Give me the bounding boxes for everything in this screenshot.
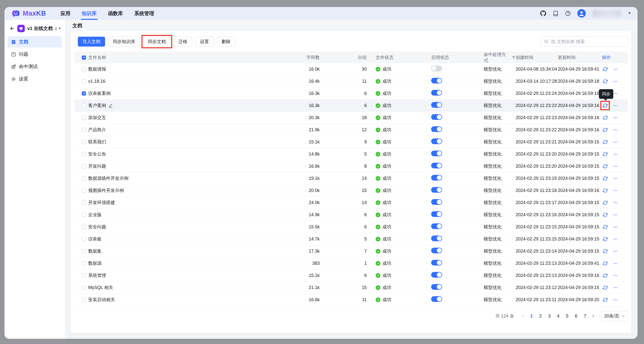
- doc-name[interactable]: 开发问题: [88, 163, 106, 169]
- row-checkbox[interactable]: [82, 91, 86, 96]
- enable-toggle[interactable]: [431, 138, 442, 144]
- sync-doc-icon[interactable]: [602, 102, 608, 109]
- more-actions-icon[interactable]: [612, 272, 618, 279]
- row-checkbox[interactable]: [82, 79, 86, 83]
- doc-name[interactable]: 联系我们: [88, 139, 106, 145]
- docs-book-icon[interactable]: [552, 10, 558, 16]
- more-actions-icon[interactable]: [612, 163, 618, 169]
- doc-name[interactable]: 开发环境搭建: [88, 200, 115, 206]
- more-actions-icon[interactable]: [612, 284, 618, 291]
- enable-toggle[interactable]: [431, 78, 442, 83]
- row-checkbox[interactable]: [82, 261, 86, 266]
- row-checkbox[interactable]: [82, 176, 86, 181]
- enable-toggle[interactable]: [431, 187, 442, 193]
- more-actions-icon[interactable]: [612, 66, 618, 72]
- page-number-6[interactable]: 6: [572, 314, 580, 319]
- back-arrow-icon[interactable]: [10, 26, 15, 31]
- enable-toggle[interactable]: [431, 236, 442, 241]
- select-all-checkbox[interactable]: [82, 55, 86, 60]
- more-actions-icon[interactable]: [612, 151, 618, 157]
- sync-doc-icon[interactable]: [602, 297, 608, 303]
- doc-name[interactable]: 客户案例: [88, 102, 106, 108]
- doc-name[interactable]: 视图插件开发示例: [88, 187, 124, 193]
- more-actions-icon[interactable]: [612, 260, 618, 267]
- doc-name[interactable]: 安全问题: [88, 224, 106, 230]
- row-checkbox[interactable]: [82, 128, 86, 132]
- more-actions-icon[interactable]: [612, 78, 618, 84]
- more-actions-icon[interactable]: [612, 224, 618, 230]
- kb-caret-icon[interactable]: [58, 26, 61, 31]
- row-checkbox[interactable]: [82, 225, 86, 229]
- sidebar-item-文档[interactable]: 文档: [8, 36, 62, 47]
- next-page-arrow[interactable]: ›: [590, 313, 597, 319]
- page-number-3[interactable]: 3: [546, 314, 553, 319]
- row-checkbox[interactable]: [82, 140, 86, 144]
- more-actions-icon[interactable]: [612, 236, 618, 242]
- sync-doc-icon[interactable]: [602, 272, 608, 279]
- enable-toggle[interactable]: [431, 223, 442, 229]
- sync-doc-icon[interactable]: [602, 139, 608, 145]
- row-checkbox[interactable]: [82, 116, 86, 120]
- doc-name[interactable]: 安装启动相关: [88, 297, 115, 303]
- sync-doc-icon[interactable]: [602, 127, 608, 133]
- sync-doc-icon[interactable]: [602, 187, 608, 194]
- page-number-1[interactable]: 1: [528, 314, 535, 319]
- doc-name[interactable]: 企业版: [88, 212, 102, 218]
- sync-doc-icon[interactable]: [602, 163, 608, 169]
- toolbar-button-迁移[interactable]: 迁移: [174, 37, 192, 46]
- row-checkbox[interactable]: [82, 273, 86, 278]
- toolbar-button-同步知识库[interactable]: 同步知识库: [108, 37, 140, 46]
- nav-item-知识库[interactable]: 知识库: [82, 7, 97, 20]
- sync-doc-icon[interactable]: [602, 175, 608, 182]
- import-doc-button[interactable]: 导入文档: [78, 37, 105, 46]
- enable-toggle[interactable]: [431, 151, 442, 156]
- rename-pencil-icon[interactable]: [108, 103, 113, 108]
- enable-toggle[interactable]: [431, 272, 442, 278]
- filter-icon[interactable]: [512, 55, 516, 59]
- sync-doc-icon[interactable]: [602, 199, 608, 206]
- doc-name[interactable]: 数据源插件开发示例: [88, 175, 128, 181]
- enable-toggle[interactable]: [431, 248, 442, 253]
- doc-name[interactable]: 产品简介: [88, 127, 106, 133]
- nav-item-系统管理[interactable]: 系统管理: [134, 7, 154, 20]
- doc-name[interactable]: 数据源: [88, 260, 102, 266]
- doc-name[interactable]: 数据填报: [88, 66, 106, 72]
- sync-doc-icon[interactable]: [602, 224, 608, 230]
- help-icon[interactable]: [565, 10, 571, 16]
- enable-toggle[interactable]: [431, 199, 442, 205]
- page-number-7[interactable]: 7: [581, 314, 589, 319]
- doc-name[interactable]: 仪表板: [88, 236, 102, 242]
- enable-toggle[interactable]: [431, 284, 442, 290]
- row-checkbox[interactable]: [82, 188, 86, 193]
- sidebar-item-问题[interactable]: ?问题: [8, 48, 62, 60]
- enable-toggle[interactable]: [431, 296, 442, 302]
- doc-name[interactable]: 系统管理: [88, 272, 106, 278]
- enable-toggle[interactable]: [431, 66, 442, 71]
- enable-toggle[interactable]: [431, 175, 442, 181]
- more-actions-icon[interactable]: [612, 114, 618, 121]
- sync-doc-icon[interactable]: [602, 114, 608, 121]
- doc-name[interactable]: 添加交互: [88, 115, 106, 121]
- doc-name[interactable]: 数据集: [88, 248, 102, 254]
- row-checkbox[interactable]: [82, 237, 86, 241]
- more-actions-icon[interactable]: [612, 139, 618, 145]
- row-checkbox[interactable]: [82, 103, 86, 108]
- prev-page-arrow[interactable]: ‹: [520, 313, 527, 319]
- sync-doc-icon[interactable]: [602, 248, 608, 254]
- doc-name[interactable]: v1.18.16: [88, 79, 105, 84]
- more-actions-icon[interactable]: [612, 199, 618, 206]
- more-actions-icon[interactable]: [612, 297, 618, 303]
- enable-toggle[interactable]: [431, 126, 442, 132]
- page-number-2[interactable]: 2: [537, 314, 544, 319]
- sidebar-item-设置[interactable]: 设置: [8, 73, 62, 85]
- more-actions-icon[interactable]: [612, 127, 618, 133]
- more-actions-icon[interactable]: [612, 248, 618, 254]
- enable-toggle[interactable]: [431, 90, 442, 96]
- more-actions-icon[interactable]: [612, 175, 618, 182]
- sync-doc-icon[interactable]: [602, 212, 608, 218]
- toolbar-button-同步文档[interactable]: 同步文档: [143, 37, 170, 46]
- toolbar-button-删除[interactable]: 删除: [217, 37, 235, 46]
- enable-toggle[interactable]: [431, 102, 442, 108]
- row-checkbox[interactable]: [82, 249, 86, 253]
- nav-item-应用[interactable]: 应用: [60, 7, 70, 20]
